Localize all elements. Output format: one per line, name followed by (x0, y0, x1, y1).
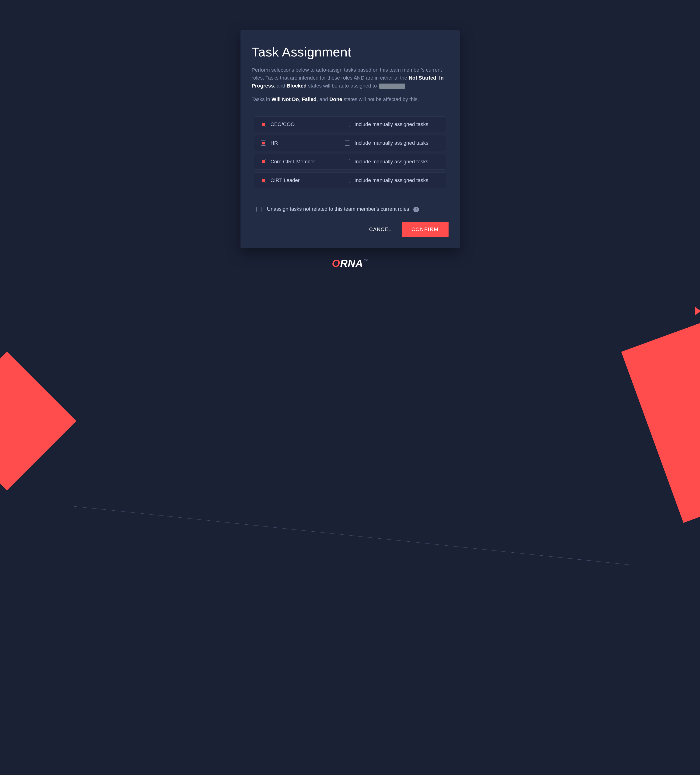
task-assignment-modal: Task Assignment Perform selections below… (241, 30, 460, 248)
desc-text: states will be auto-assigned to (308, 83, 378, 89)
bg-red-triangle-right (695, 307, 700, 315)
include-manually-checkbox[interactable] (345, 159, 350, 164)
unassign-checkbox[interactable] (256, 207, 262, 212)
role-right: Include manually assigned tasks (345, 121, 440, 127)
role-row-ceo-coo: CEO/COO Include manually assigned tasks (254, 116, 446, 132)
role-left: Core CIRT Member (261, 159, 345, 165)
desc-text: states will not be affected by this. (343, 96, 419, 102)
bg-red-shape-left (0, 352, 76, 490)
modal-title: Task Assignment (252, 44, 449, 60)
redacted-name (379, 83, 405, 89)
include-manually-label: Include manually assigned tasks (355, 177, 428, 183)
logo-text: ORNA (332, 258, 363, 269)
desc-text: , (436, 75, 439, 81)
role-row-core-cirt-member: Core CIRT Member Include manually assign… (254, 154, 446, 170)
role-left: CEO/COO (261, 121, 345, 127)
state-not-started: Not Started (409, 75, 436, 81)
brand-logo: ORNA TM (0, 258, 700, 269)
include-manually-label: Include manually assigned tasks (355, 121, 428, 127)
role-left: HR (261, 140, 345, 146)
role-label: CIRT Leader (270, 177, 300, 183)
desc-text: , and (274, 83, 287, 89)
include-manually-checkbox[interactable] (345, 140, 350, 146)
role-right: Include manually assigned tasks (345, 140, 440, 146)
state-will-not-do: Will Not Do (272, 96, 299, 102)
checkbox-inner-icon (262, 179, 265, 182)
checkbox-inner-icon (262, 141, 265, 145)
cancel-button[interactable]: CANCEL (369, 226, 391, 233)
info-icon[interactable]: i (413, 207, 419, 212)
unassign-label: Unassign tasks not related to this team … (267, 206, 419, 212)
role-row-cirt-leader: CIRT Leader Include manually assigned ta… (254, 173, 446, 188)
role-right: Include manually assigned tasks (345, 177, 440, 183)
include-manually-checkbox[interactable] (345, 178, 350, 183)
bg-line-bottom (41, 506, 630, 775)
role-list: CEO/COO Include manually assigned tasks … (254, 116, 446, 188)
role-label: HR (270, 140, 278, 146)
include-manually-label: Include manually assigned tasks (355, 159, 428, 165)
role-checkbox[interactable] (261, 178, 266, 183)
modal-actions: CANCEL CONFIRM (252, 222, 449, 237)
role-left: CIRT Leader (261, 177, 345, 183)
desc-text: Tasks in (252, 96, 272, 102)
state-blocked: Blocked (287, 83, 307, 89)
include-manually-checkbox[interactable] (345, 122, 350, 127)
role-right: Include manually assigned tasks (345, 159, 440, 165)
modal-description-1: Perform selections below to auto-assign … (252, 66, 449, 90)
role-row-hr: HR Include manually assigned tasks (254, 135, 446, 151)
desc-text: , and (317, 96, 329, 102)
include-manually-label: Include manually assigned tasks (355, 140, 428, 146)
state-done: Done (329, 96, 342, 102)
role-checkbox[interactable] (261, 122, 266, 127)
role-checkbox[interactable] (261, 140, 266, 146)
logo-letter-o: O (332, 258, 340, 269)
role-label: Core CIRT Member (270, 159, 315, 165)
modal-description-2: Tasks in Will Not Do, Failed, and Done s… (252, 95, 449, 103)
bg-red-shape-right (621, 310, 700, 523)
logo-rest: RNA (340, 258, 363, 269)
state-failed: Failed (302, 96, 317, 102)
checkbox-inner-icon (262, 160, 265, 163)
unassign-text: Unassign tasks not related to this team … (267, 206, 409, 212)
desc-text: , (299, 96, 302, 102)
checkbox-inner-icon (262, 123, 265, 126)
role-checkbox[interactable] (261, 159, 266, 164)
role-label: CEO/COO (270, 121, 295, 127)
unassign-row: Unassign tasks not related to this team … (256, 206, 444, 212)
confirm-button[interactable]: CONFIRM (401, 222, 449, 237)
logo-tm: TM (364, 259, 368, 262)
